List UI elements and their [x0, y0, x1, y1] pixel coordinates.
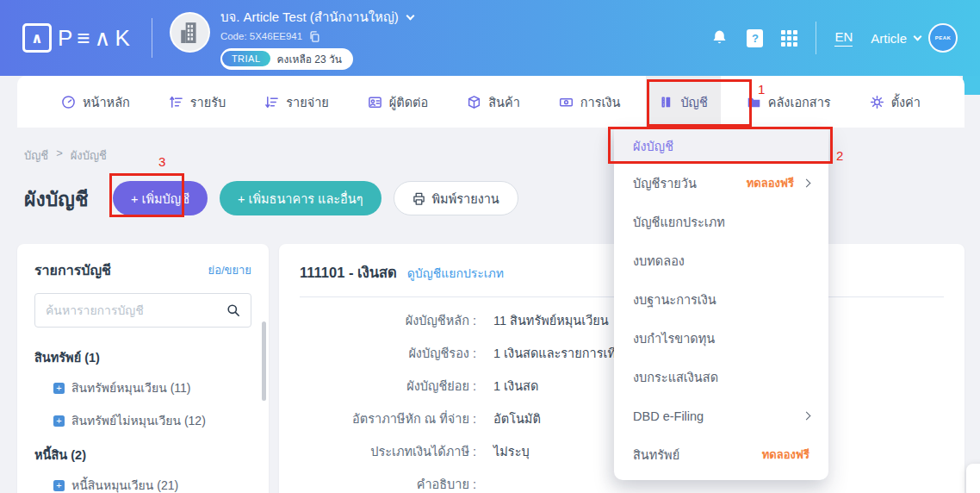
view-ledger-link[interactable]: ดูบัญชีแยกประเภท [407, 264, 504, 283]
dashboard-icon [61, 95, 76, 109]
menu-item-fixed-assets[interactable]: สินทรัพย์ ทดลองฟรี [614, 435, 828, 474]
account-list-panel: รายการบัญชี ย่อ/ขยาย สินทรัพย์ (1) สินทร… [17, 244, 269, 493]
ledger-book-icon [659, 95, 673, 109]
print-report-button[interactable]: พิมพ์รายงาน [394, 181, 518, 215]
annotation-number-3: 3 [158, 154, 165, 169]
chevron-down-icon [914, 33, 922, 41]
menu-item-dbd-efiling[interactable]: DBD e-Filing [614, 396, 828, 435]
chevron-right-icon [803, 179, 811, 188]
main-nav: หน้าหลัก รายรับ รายจ่าย ผู้ติดต่อ สินค้า… [17, 76, 964, 128]
search-icon[interactable] [226, 303, 240, 317]
nav-item-expense[interactable]: รายจ่าย [251, 76, 342, 128]
account-list-title: รายการบัญชี [34, 259, 111, 281]
copy-icon[interactable] [308, 30, 320, 43]
nav-item-documents[interactable]: คลังเอกสาร [734, 76, 844, 128]
breadcrumb-separator: > [56, 147, 63, 165]
building-icon [178, 21, 201, 43]
peak-logo-text: P≡∧K [58, 25, 134, 52]
chevron-down-icon [406, 11, 414, 20]
tree-item-current-liabilities[interactable]: หนี้สินหมุนเวียน (21) [34, 469, 251, 493]
avatar: PEAK [928, 23, 958, 53]
peak-logo[interactable]: ∧ P≡∧K [22, 23, 134, 53]
tree-item-noncurrent-assets[interactable]: สินทรัพย์ไม่หมุนเวียน (12) [34, 404, 251, 437]
nav-item-products[interactable]: สินค้า [454, 76, 533, 128]
nav-item-income[interactable]: รายรับ [156, 76, 239, 128]
breadcrumb: บัญชี > ผังบัญชี [24, 147, 107, 165]
apps-grid-icon[interactable] [781, 30, 797, 47]
nav-item-contacts[interactable]: ผู้ติดต่อ [355, 76, 441, 128]
tree-group-assets[interactable]: สินทรัพย์ (1) [34, 340, 251, 371]
add-account-button[interactable]: + เพิ่มบัญชี [113, 181, 208, 215]
menu-item-general-ledger[interactable]: บัญชีแยกประเภท [614, 203, 828, 241]
company-switcher[interactable]: บจ. Article Test (สำนักงานใหญ่) [220, 7, 413, 28]
page-title: ผังบัญชี [24, 184, 89, 215]
expand-plus-icon[interactable] [53, 383, 65, 394]
trial-plan-label: TRIAL [222, 51, 270, 66]
bell-icon[interactable] [710, 28, 729, 47]
header-corner [963, 76, 980, 95]
breadcrumb-current: ผังบัญชี [71, 147, 107, 165]
expand-plus-icon[interactable] [53, 480, 65, 491]
trial-days-remaining: คงเหลือ 23 วัน [270, 51, 351, 67]
scrollbar-thumb[interactable] [262, 321, 266, 401]
free-trial-badge: ทดลองฟรี [747, 174, 794, 192]
language-toggle[interactable]: EN [834, 29, 853, 47]
app-header: ∧ P≡∧K บจ. Article Test (สำนักงานใหญ่) [0, 0, 980, 76]
add-bank-button[interactable]: + เพิ่มธนาคาร และอื่นๆ [220, 181, 381, 215]
menu-item-chart-of-accounts[interactable]: ผังบัญชี [614, 128, 828, 164]
header-divider [816, 22, 816, 54]
product-box-icon [467, 95, 481, 109]
company-code: Code: 5X46EE941 [220, 31, 302, 41]
peak-logo-mark-icon: ∧ [22, 23, 52, 53]
help-icon[interactable] [747, 29, 763, 47]
printer-icon [412, 192, 425, 205]
account-tree: สินทรัพย์ (1) สินทรัพย์หมุนเวียน (11) สิ… [34, 340, 251, 493]
nav-item-settings[interactable]: ตั้งค่า [857, 76, 933, 128]
nav-item-accounting[interactable]: บัญชี [646, 76, 720, 128]
breadcrumb-parent[interactable]: บัญชี [24, 147, 48, 165]
folder-icon [747, 95, 761, 109]
chevron-right-icon [803, 412, 811, 421]
nav-item-finance[interactable]: การเงิน [546, 76, 634, 128]
menu-item-journal[interactable]: บัญชีรายวัน ทดลองฟรี [614, 164, 828, 203]
user-menu[interactable]: Article PEAK [871, 23, 958, 53]
menu-item-cash-flow[interactable]: งบกระแสเงินสด [614, 358, 828, 396]
tree-item-current-assets[interactable]: สินทรัพย์หมุนเวียน (11) [34, 371, 251, 404]
tree-group-liabilities[interactable]: หนี้สิน (2) [34, 437, 251, 469]
menu-item-profit-loss[interactable]: งบกำไรขาดทุน [614, 319, 828, 358]
user-name: Article [871, 31, 907, 46]
expense-list-icon [264, 95, 279, 109]
company-section: บจ. Article Test (สำนักงานใหญ่) Code: 5X… [170, 7, 413, 70]
header-divider [152, 18, 152, 58]
company-avatar[interactable] [170, 12, 210, 53]
chat-widget[interactable] [966, 464, 980, 493]
contacts-icon [368, 95, 382, 109]
menu-item-financial-position[interactable]: งบฐานะการเงิน [614, 280, 828, 319]
free-trial-badge: ทดลองฟรี [762, 446, 809, 464]
collapse-expand-link[interactable]: ย่อ/ขยาย [208, 261, 251, 279]
menu-item-trial-balance[interactable]: งบทดลอง [614, 241, 828, 280]
accounting-dropdown-menu: ผังบัญชี บัญชีรายวัน ทดลองฟรี บัญชีแยกปร… [614, 128, 828, 480]
nav-item-home[interactable]: หน้าหลัก [48, 76, 143, 128]
account-detail-title: 111101 - เงินสด [300, 261, 397, 284]
annotation-number-2: 2 [836, 148, 843, 163]
gear-icon [870, 95, 884, 109]
banknote-icon [559, 95, 574, 109]
account-search [34, 293, 251, 328]
expand-plus-icon[interactable] [53, 415, 65, 427]
income-list-icon [169, 95, 183, 109]
account-search-input[interactable] [46, 303, 220, 317]
trial-badge: TRIAL คงเหลือ 23 วัน [220, 48, 353, 70]
company-name: บจ. Article Test (สำนักงานใหญ่) [220, 7, 399, 28]
